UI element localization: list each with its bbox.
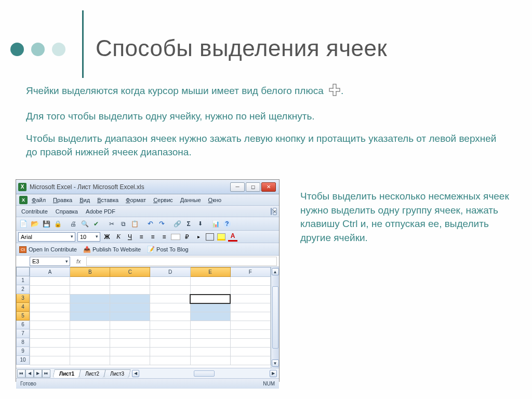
tab-nav-prev-icon[interactable]: ◀ (25, 369, 34, 378)
row-header[interactable]: 6 (16, 321, 30, 329)
blog-icon (147, 246, 154, 253)
close-workbook-button[interactable]: × (273, 208, 277, 215)
dot-icon (52, 43, 65, 56)
col-header[interactable]: A (30, 268, 70, 277)
open-icon[interactable] (30, 219, 40, 229)
row-header[interactable]: 1 (16, 276, 30, 285)
formula-input[interactable] (86, 257, 277, 266)
tab-nav-last-icon[interactable]: ⏭ (42, 369, 50, 378)
font-color-icon[interactable]: A (228, 232, 237, 242)
indent-icon[interactable] (194, 232, 203, 242)
scroll-right-icon[interactable]: ▶ (270, 370, 277, 377)
menu-adobe-pdf[interactable]: Adobe PDF (83, 208, 118, 215)
cells-table[interactable]: A B C D E F (30, 267, 271, 365)
menu-tools[interactable]: Сервис (150, 196, 176, 204)
align-left-icon[interactable] (137, 232, 146, 242)
menu-view[interactable]: Вид (76, 196, 93, 204)
status-numlock: NUM (263, 381, 275, 387)
sheet-tab[interactable]: Лист3 (104, 369, 131, 378)
svg-rect-3 (330, 89, 339, 91)
row-header[interactable]: 4 (16, 303, 30, 312)
close-button[interactable]: ✕ (261, 182, 276, 192)
worksheet-grid[interactable]: 1 2 3 4 5 6 7 8 9 10 A B C D E F (16, 267, 279, 368)
sheet-tab-label: Лист3 (110, 371, 124, 377)
menu-help[interactable]: Справка (52, 208, 81, 215)
white-plus-cursor-icon (328, 83, 341, 100)
merge-cells-icon[interactable] (171, 232, 180, 242)
permission-icon[interactable] (52, 219, 63, 229)
sheet-tab[interactable]: Лист2 (78, 369, 106, 378)
active-cell[interactable] (190, 295, 230, 303)
currency-icon[interactable] (182, 232, 192, 242)
post-to-blog-button[interactable]: Post To Blog (147, 246, 189, 253)
hscroll-thumb[interactable] (194, 370, 215, 377)
select-all-corner[interactable] (16, 267, 30, 276)
scroll-up-icon[interactable]: ▲ (272, 268, 279, 275)
spellcheck-icon[interactable] (91, 219, 101, 229)
menu-data[interactable]: Данные (177, 196, 204, 204)
menu-edit[interactable]: Правка (50, 196, 75, 204)
row-header[interactable]: 10 (16, 356, 30, 365)
window-titlebar[interactable]: X Microsoft Excel - Лист Microsoft Excel… (16, 180, 279, 194)
row-header[interactable]: 9 (16, 347, 30, 356)
align-right-icon[interactable] (159, 232, 169, 242)
underline-button[interactable]: Ч (125, 232, 135, 242)
borders-icon[interactable] (205, 232, 215, 242)
undo-icon[interactable] (145, 219, 155, 229)
name-box[interactable]: E3 (30, 257, 70, 266)
paragraph-3: Чтобы выделить диапазон ячеек нужно зажа… (26, 132, 506, 158)
italic-button[interactable]: К (114, 232, 123, 242)
row-header[interactable]: 8 (16, 338, 30, 347)
hyperlink-icon[interactable] (172, 219, 182, 229)
maximize-button[interactable]: ◻ (246, 182, 260, 192)
sheet-tab[interactable]: Лист1 (52, 369, 81, 378)
horizontal-scrollbar[interactable]: ◀ ▶ (132, 369, 277, 378)
vertical-divider (82, 10, 84, 78)
col-header[interactable]: F (230, 268, 270, 277)
vertical-scrollbar[interactable]: ▲ ▼ (271, 267, 279, 368)
menu-contribute[interactable]: Contribute (18, 208, 51, 215)
col-header[interactable]: D (150, 268, 190, 277)
menu-file[interactable]: Файл (29, 196, 49, 204)
row-header[interactable]: 5 (16, 312, 30, 321)
bold-button[interactable]: Ж (102, 232, 112, 242)
col-header[interactable]: B (70, 268, 110, 277)
copy-icon[interactable] (118, 219, 128, 229)
scroll-down-icon[interactable]: ▼ (272, 360, 279, 367)
row-header[interactable]: 2 (16, 285, 30, 294)
paste-icon[interactable] (129, 219, 140, 229)
fill-color-icon[interactable] (217, 232, 226, 242)
autosum-icon[interactable] (183, 219, 194, 229)
print-preview-icon[interactable] (79, 219, 90, 229)
col-header[interactable]: C (110, 268, 150, 277)
menu-format[interactable]: Формат (123, 196, 149, 204)
row-header[interactable]: 3 (16, 294, 30, 303)
standard-toolbar (16, 217, 279, 231)
save-icon[interactable] (41, 219, 51, 229)
menu-bar: X Файл Правка Вид Вставка Формат Сервис … (16, 194, 279, 206)
minimize-button[interactable]: ─ (230, 182, 245, 192)
menu-window[interactable]: Окно (205, 196, 225, 204)
font-size-combo[interactable]: 10 (77, 232, 100, 242)
cut-icon[interactable] (107, 219, 117, 229)
print-icon[interactable] (68, 219, 78, 229)
tab-nav-first-icon[interactable]: ⏮ (17, 369, 25, 378)
fx-label[interactable]: fx (76, 258, 81, 264)
scroll-thumb[interactable] (272, 286, 278, 349)
scroll-left-icon[interactable]: ◀ (132, 370, 139, 377)
restore-window-button[interactable] (271, 208, 272, 215)
col-header[interactable]: E (190, 268, 230, 277)
paragraph-4: Чтобы выделить несколько несмежных ячеек… (300, 190, 519, 245)
align-center-icon[interactable] (148, 232, 157, 242)
row-header[interactable]: 7 (16, 329, 30, 338)
font-name-combo[interactable]: Arial (18, 232, 75, 242)
menu-insert[interactable]: Вставка (94, 196, 122, 204)
redo-icon[interactable] (156, 219, 167, 229)
help-icon[interactable] (222, 219, 232, 229)
chart-icon[interactable] (210, 219, 221, 229)
tab-nav-next-icon[interactable]: ▶ (34, 369, 42, 378)
open-in-contribute-button[interactable]: Open In Contribute (19, 246, 77, 253)
new-icon[interactable] (18, 219, 29, 229)
publish-to-website-button[interactable]: Publish To Website (83, 246, 141, 253)
sort-icon[interactable] (195, 219, 205, 229)
